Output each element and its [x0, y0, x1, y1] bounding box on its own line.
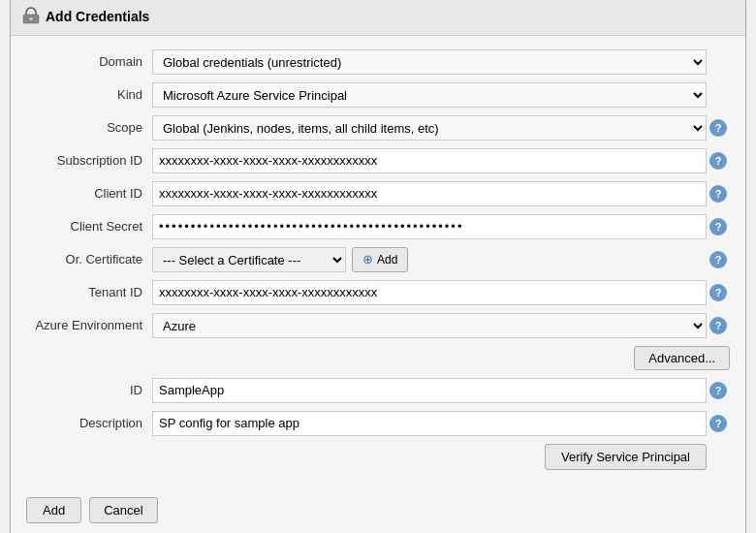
- id-row: ID ?: [26, 378, 730, 403]
- client-id-control: [152, 181, 707, 206]
- description-input[interactable]: [152, 411, 707, 436]
- client-secret-help-icon[interactable]: ?: [709, 218, 727, 235]
- client-id-row: Client ID ?: [26, 181, 730, 206]
- client-secret-input[interactable]: [152, 214, 707, 239]
- scope-help[interactable]: ?: [707, 119, 730, 137]
- client-id-help[interactable]: ?: [707, 185, 730, 203]
- add-cert-icon: ⊕: [362, 252, 373, 266]
- scope-label: Scope: [26, 120, 152, 135]
- subscription-id-control: [152, 148, 707, 173]
- certificate-row: Or. Certificate --- Select a Certificate…: [26, 247, 730, 272]
- domain-control: Global credentials (unrestricted): [152, 49, 707, 75]
- bottom-buttons: Add Cancel: [11, 487, 745, 534]
- client-secret-label: Client Secret: [26, 219, 152, 234]
- subscription-id-label: Subscription ID: [26, 153, 152, 168]
- dialog-body: Domain Global credentials (unrestricted)…: [11, 36, 745, 487]
- azure-env-help-icon[interactable]: ?: [709, 317, 727, 334]
- certificate-help[interactable]: ?: [707, 251, 730, 268]
- tenant-id-label: Tenant ID: [26, 285, 152, 299]
- subscription-id-help[interactable]: ?: [707, 152, 730, 170]
- tenant-id-input[interactable]: [152, 280, 707, 305]
- azure-env-select[interactable]: Azure: [152, 313, 707, 338]
- tenant-id-row: Tenant ID ?: [26, 280, 730, 305]
- scope-help-icon[interactable]: ?: [709, 119, 727, 137]
- id-label: ID: [26, 383, 152, 397]
- subscription-id-help-icon[interactable]: ?: [709, 152, 727, 170]
- description-label: Description: [26, 416, 152, 430]
- description-control: [152, 411, 707, 436]
- certificate-control: --- Select a Certificate --- ⊕ Add: [152, 247, 707, 272]
- verify-service-principal-button[interactable]: Verify Service Principal: [545, 444, 707, 470]
- tenant-id-help-icon[interactable]: ?: [709, 284, 727, 301]
- client-secret-control: [152, 214, 707, 239]
- description-help-icon[interactable]: ?: [709, 415, 727, 432]
- certificate-help-icon[interactable]: ?: [709, 251, 727, 268]
- client-id-label: Client ID: [26, 186, 152, 201]
- kind-label: Kind: [26, 87, 152, 102]
- verify-row: Verify Service Principal: [26, 444, 730, 470]
- azure-env-help[interactable]: ?: [707, 317, 730, 334]
- kind-control: Microsoft Azure Service Principal: [152, 82, 707, 108]
- certificate-label: Or. Certificate: [26, 252, 152, 266]
- credentials-icon: [22, 7, 40, 27]
- id-help-icon[interactable]: ?: [709, 382, 727, 399]
- client-secret-row: Client Secret ?: [26, 214, 730, 239]
- add-button[interactable]: Add: [26, 497, 81, 523]
- add-certificate-button[interactable]: ⊕ Add: [352, 247, 408, 272]
- domain-label: Domain: [26, 54, 152, 69]
- advanced-row: Advanced...: [26, 346, 730, 370]
- scope-row: Scope Global (Jenkins, nodes, items, all…: [26, 115, 730, 141]
- kind-row: Kind Microsoft Azure Service Principal: [26, 82, 730, 108]
- azure-env-control: Azure: [152, 313, 707, 338]
- domain-row: Domain Global credentials (unrestricted): [26, 49, 730, 75]
- cancel-button[interactable]: Cancel: [89, 497, 157, 523]
- scope-control: Global (Jenkins, nodes, items, all child…: [152, 115, 707, 141]
- dialog-title-bar: Add Credentials: [11, 0, 745, 36]
- kind-select[interactable]: Microsoft Azure Service Principal: [152, 82, 707, 108]
- client-id-help-icon[interactable]: ?: [709, 185, 727, 203]
- dialog-title-text: Add Credentials: [46, 9, 149, 24]
- client-id-input[interactable]: [152, 181, 707, 206]
- azure-env-label: Azure Environment: [26, 318, 152, 332]
- id-input[interactable]: [152, 378, 707, 403]
- domain-select[interactable]: Global credentials (unrestricted): [152, 49, 707, 75]
- advanced-button[interactable]: Advanced...: [634, 346, 730, 370]
- certificate-select[interactable]: --- Select a Certificate ---: [152, 247, 346, 272]
- subscription-id-row: Subscription ID ?: [26, 148, 730, 173]
- subscription-id-input[interactable]: [152, 148, 707, 173]
- description-row: Description ?: [26, 411, 730, 436]
- add-cert-label: Add: [377, 253, 397, 266]
- tenant-id-help[interactable]: ?: [707, 284, 730, 301]
- id-help[interactable]: ?: [707, 382, 730, 399]
- description-help[interactable]: ?: [707, 415, 730, 432]
- tenant-id-control: [152, 280, 707, 305]
- client-secret-help[interactable]: ?: [707, 218, 730, 235]
- scope-select[interactable]: Global (Jenkins, nodes, items, all child…: [152, 115, 707, 141]
- add-credentials-dialog: Add Credentials Domain Global credential…: [10, 0, 746, 533]
- id-control: [152, 378, 707, 403]
- svg-point-1: [30, 17, 33, 20]
- azure-env-row: Azure Environment Azure ?: [26, 313, 730, 338]
